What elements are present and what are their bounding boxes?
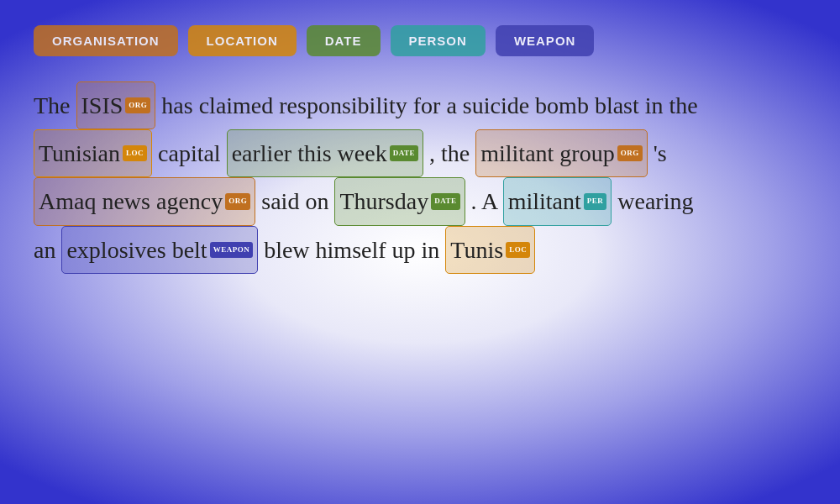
- text-said-on: said on: [261, 188, 334, 214]
- entity-thursday-text: Thursday: [339, 179, 428, 223]
- text-a: . A: [471, 188, 503, 214]
- entity-earlier-badge: DATE: [390, 145, 418, 161]
- entity-militant[interactable]: militant PER: [503, 177, 612, 225]
- ner-text: The ISIS ORG has claimed responsibility …: [34, 81, 806, 274]
- text-blew-himself: blew himself up in: [264, 237, 445, 263]
- entity-isis[interactable]: ISIS ORG: [76, 81, 156, 129]
- text-the-2: , the: [429, 140, 475, 166]
- entity-militant-badge: PER: [584, 193, 607, 209]
- entity-militant-group-badge: ORG: [617, 145, 643, 161]
- entity-tunisian-text: Tunisian: [39, 131, 120, 176]
- entity-militant-text: militant: [508, 179, 581, 223]
- legend-person[interactable]: PERSON: [391, 25, 486, 56]
- entity-thursday-badge: DATE: [431, 193, 459, 209]
- entity-isis-badge: ORG: [125, 97, 150, 113]
- entity-tunisian-badge: LOC: [123, 145, 147, 161]
- legend-weapon[interactable]: WEAPON: [496, 25, 595, 56]
- legend-organisation[interactable]: ORGANISATION: [34, 25, 178, 56]
- entity-militant-group-text: militant group: [480, 131, 614, 176]
- entity-explosives-belt[interactable]: explosives belt WEAPON: [61, 226, 258, 274]
- text-capital: capital: [158, 140, 227, 166]
- main-content: ORGANISATION LOCATION DATE PERSON WEAPON…: [0, 0, 840, 291]
- entity-tunis-badge: LOC: [506, 242, 530, 258]
- entity-thursday[interactable]: Thursday DATE: [334, 177, 465, 225]
- text-wearing: wearing: [617, 188, 693, 214]
- entity-tunisian[interactable]: Tunisian LOC: [34, 129, 152, 177]
- entity-earlier-this-week[interactable]: earlier this week DATE: [227, 129, 423, 177]
- entity-tunis[interactable]: Tunis LOC: [445, 226, 535, 274]
- text-the-1: The: [34, 92, 76, 118]
- entity-explosives-badge: WEAPON: [210, 242, 254, 258]
- text-an: an: [34, 237, 61, 263]
- text-line1-post: has claimed responsibility for a suicide…: [161, 92, 697, 118]
- legend-row: ORGANISATION LOCATION DATE PERSON WEAPON: [34, 17, 806, 56]
- entity-militant-group[interactable]: militant group ORG: [475, 129, 647, 177]
- entity-amaq[interactable]: Amaq news agency ORG: [34, 177, 255, 225]
- entity-amaq-badge: ORG: [225, 193, 250, 209]
- entity-tunis-text: Tunis: [450, 228, 503, 272]
- legend-date[interactable]: DATE: [307, 25, 381, 56]
- legend-location[interactable]: LOCATION: [188, 25, 297, 56]
- text-apostrophe-s: 's: [654, 140, 667, 166]
- entity-earlier-text: earlier this week: [232, 131, 387, 176]
- entity-amaq-text: Amaq news agency: [39, 179, 223, 223]
- entity-explosives-text: explosives belt: [66, 228, 207, 272]
- entity-isis-text: ISIS: [81, 83, 123, 128]
